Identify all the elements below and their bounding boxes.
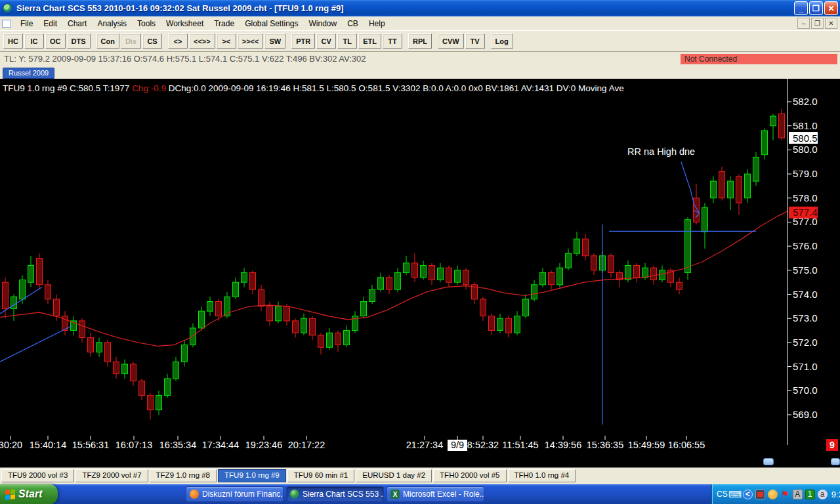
- system-tray: CS ⌨ < ⚑ A 1 a 9:32: [711, 484, 840, 504]
- toolbar-button-oc[interactable]: OC: [45, 33, 66, 49]
- menu-bar: FileEditChartAnalysisToolsWorksheetTrade…: [0, 16, 840, 30]
- toolbar-button-ptr[interactable]: PTR: [291, 33, 315, 49]
- toolbar-button-tv[interactable]: TV: [465, 33, 485, 49]
- x-tick-label: 15:36:35: [587, 440, 623, 450]
- x-tick-label: 15:40:14: [30, 440, 66, 450]
- task-button-globe[interactable]: Sierra Chart SCS 553 ...: [286, 486, 384, 502]
- chart-region[interactable]: RR na High dne582.0581.0580.0579.0578.05…: [0, 79, 840, 467]
- toolbar-button-cvw[interactable]: CVW: [438, 33, 464, 49]
- letter-a-box-icon[interactable]: A: [793, 490, 803, 499]
- menu-item-worksheet[interactable]: Worksheet: [161, 18, 209, 30]
- toolbar-button-sw[interactable]: SW: [264, 33, 285, 49]
- toolbar-button-cv[interactable]: CV: [316, 33, 336, 49]
- flag-icon[interactable]: ⚑: [780, 490, 790, 499]
- globe-icon: [290, 490, 299, 499]
- status-row: TL: Y: 579.2 2009-09-09 15:37:16 O:574.6…: [0, 51, 840, 65]
- task-button-firefox[interactable]: Diskuzní fórum Financ...: [186, 486, 284, 502]
- toolbar-button-dts[interactable]: DTS: [67, 33, 91, 49]
- ma-price-label: 577.4: [793, 207, 818, 218]
- toolbar-button-rpl[interactable]: RPL: [408, 33, 432, 49]
- user-shield-icon[interactable]: [768, 490, 778, 499]
- x-tick-label: 15:49:59: [628, 440, 665, 450]
- chart-tab-tfh0-2000-vol-5[interactable]: TFH0 2000 vol #5: [433, 469, 506, 482]
- task-label: Sierra Chart SCS 553 ...: [303, 490, 384, 499]
- monitor-icon[interactable]: [755, 490, 765, 499]
- firefox-icon: [190, 490, 199, 499]
- task-label: Diskuzní fórum Financ...: [202, 490, 284, 499]
- chart-tab-tfu9-60-min-1[interactable]: TFU9 60 min #1: [287, 469, 354, 482]
- mdi-child-icon[interactable]: [2, 20, 11, 28]
- toolbar-button-con[interactable]: Con: [96, 33, 119, 49]
- close-button[interactable]: ✕: [824, 1, 838, 15]
- clock: 9:32: [831, 490, 840, 499]
- restore-button[interactable]: ❐: [809, 1, 823, 15]
- x-tick-label: 16:07:13: [116, 440, 152, 450]
- menu-item-window[interactable]: Window: [304, 18, 343, 30]
- mdi-close-button[interactable]: ✕: [825, 18, 837, 29]
- toolbar-button-tl[interactable]: TL: [337, 33, 357, 49]
- y-tick-label: 579.0: [793, 168, 818, 179]
- menu-item-help[interactable]: Help: [364, 18, 390, 30]
- x-tick-label: 16:35:34: [159, 440, 196, 450]
- y-tick-label: 581.0: [793, 120, 818, 131]
- toolbar-button-dis[interactable]: Dis: [121, 33, 141, 49]
- minimize-button[interactable]: _: [794, 1, 808, 15]
- chart-tab-tfh0-1-0-rng-4[interactable]: TFH0 1.0 rng #4: [508, 469, 576, 482]
- toolbar-button-xxxx[interactable]: <<>>: [189, 33, 215, 49]
- start-button[interactable]: Start: [0, 484, 58, 504]
- y-tick-label: 582.0: [793, 96, 818, 107]
- chart-header-values: TFU9 1.0 rng #9 C:580.5 T:1977: [3, 83, 132, 93]
- menu-item-edit[interactable]: Edit: [38, 18, 62, 30]
- task-button-excel[interactable]: XMicrosoft Excel - Role...: [387, 486, 484, 502]
- language-indicator[interactable]: CS: [717, 490, 728, 499]
- menu-item-cb[interactable]: CB: [342, 18, 364, 30]
- y-tick-label: 575.0: [793, 264, 818, 276]
- mdi-minimize-button[interactable]: –: [797, 18, 810, 29]
- y-tick-label: 572.0: [793, 337, 818, 348]
- y-tick-label: 570.0: [793, 385, 818, 396]
- bar-count-label: 9: [830, 440, 835, 450]
- toolbar-button-cs[interactable]: CS: [142, 33, 162, 49]
- menu-item-file[interactable]: File: [15, 18, 38, 30]
- y-tick-label: 580.0: [793, 144, 818, 155]
- toolbar-button-xxxx[interactable]: >><<: [238, 33, 264, 49]
- toolbar-button-etl[interactable]: ETL: [358, 33, 381, 49]
- windows-logo-icon: [5, 489, 15, 500]
- excel-icon: X: [390, 490, 400, 499]
- chart-tab-tfz9-2000-vol-7[interactable]: TFZ9 2000 vol #7: [75, 469, 148, 482]
- y-tick-label: 573.0: [793, 312, 818, 324]
- title-bar: Sierra Chart SCS 553 2010-01-16 09:32:02…: [0, 0, 840, 16]
- toolbar-button-tt[interactable]: TT: [383, 33, 402, 49]
- chartbook-tab[interactable]: Russel 2009: [3, 68, 54, 79]
- candlestick-chart: RR na High dne582.0581.0580.0579.0578.05…: [0, 79, 840, 467]
- toolbar-button-xx[interactable]: ><: [217, 33, 236, 49]
- menu-item-trade[interactable]: Trade: [209, 18, 240, 30]
- annotation-text[interactable]: RR na High dne: [627, 146, 695, 157]
- chart-tab-tfz9-1-0-rng-8[interactable]: TFZ9 1.0 rng #8: [150, 469, 217, 482]
- chart-tab-tfu9-2000-vol-3[interactable]: TFU9 2000 vol #3: [1, 469, 74, 482]
- toolbar-button-ic[interactable]: IC: [24, 33, 44, 49]
- connection-status-badge: Not Connected: [681, 54, 837, 64]
- toolbar-button-xx[interactable]: <>: [168, 33, 188, 49]
- trendline-b[interactable]: [0, 326, 72, 362]
- x-tick-label: 16:06:55: [668, 440, 705, 450]
- keyboard-icon[interactable]: ⌨: [730, 490, 740, 499]
- hscroll-left-button[interactable]: [763, 458, 774, 465]
- chart-header-change: Chg:-0.9: [132, 83, 166, 93]
- start-label: Start: [18, 488, 42, 500]
- mdi-restore-button[interactable]: ❐: [811, 18, 824, 29]
- menu-item-analysis[interactable]: Analysis: [92, 18, 132, 30]
- hscroll-right-button[interactable]: [831, 458, 840, 465]
- chart-tab-tfu9-1-0-rng-9[interactable]: TFU9 1.0 rng #9: [218, 469, 286, 482]
- menu-item-global-settings[interactable]: Global Settings: [240, 18, 303, 30]
- menu-item-tools[interactable]: Tools: [132, 18, 161, 30]
- chart-tab-eurusd-1-day-2[interactable]: EURUSD 1 day #2: [356, 469, 432, 482]
- x-tick-label: 20:17:22: [288, 440, 325, 450]
- number-1-box-icon[interactable]: 1: [805, 490, 815, 499]
- hide-icons-chevron[interactable]: <: [743, 490, 753, 499]
- toolbar-button-log[interactable]: Log: [491, 33, 513, 49]
- y-tick-label: 578.0: [793, 192, 818, 203]
- letter-a-circle-icon[interactable]: a: [818, 490, 828, 499]
- menu-item-chart[interactable]: Chart: [62, 18, 92, 30]
- toolbar-button-hc[interactable]: HC: [3, 33, 23, 49]
